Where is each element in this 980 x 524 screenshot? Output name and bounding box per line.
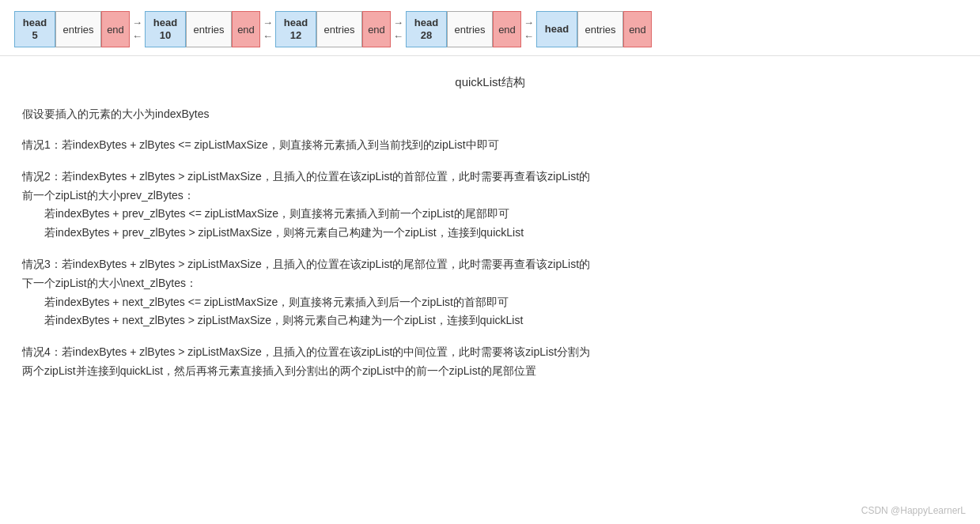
node-group-1: head5 entries end [14, 11, 130, 47]
section-4-label: 情况4：若indexBytes + zlBytes > zipListMaxSi… [22, 345, 590, 377]
node-group-5: head entries end [536, 11, 652, 47]
section-1-label: 情况1：若indexBytes + zlBytes <= zipListMaxS… [22, 138, 499, 151]
section-2: 情况2：若indexBytes + zlBytes > zipListMaxSi… [22, 168, 958, 243]
section-2-sub-1: 若indexBytes + prev_zlBytes <= zipListMax… [22, 205, 958, 224]
section-3-label: 情况3：若indexBytes + zlBytes > zipListMaxSi… [22, 255, 958, 293]
node-entries-1: entries [55, 11, 101, 47]
node-group-2: head10 entries end [145, 11, 260, 47]
node-entries-3: entries [316, 11, 362, 47]
node-head-2: head10 [145, 11, 186, 47]
node-end-4: end [493, 11, 521, 47]
node-head-4: head28 [406, 11, 447, 47]
node-group-3: head12 entries end [275, 11, 391, 47]
watermark: CSDN @HappyLearnerL [861, 505, 966, 516]
node-head-3: head12 [275, 11, 316, 47]
node-end-5: end [623, 11, 652, 47]
section-2-label: 情况2：若indexBytes + zlBytes > zipListMaxSi… [22, 168, 958, 205]
section-3: 情况3：若indexBytes + zlBytes > zipListMaxSi… [22, 255, 958, 330]
section-1: 情况1：若indexBytes + zlBytes <= zipListMaxS… [22, 136, 958, 155]
arrow-2-3: → ← [263, 17, 273, 42]
section-2-sub-2: 若indexBytes + prev_zlBytes > zipListMaxS… [22, 224, 958, 243]
node-entries-2: entries [186, 11, 232, 47]
arrow-right-4: → [524, 17, 534, 28]
section-3-sub-1: 若indexBytes + next_zlBytes <= zipListMax… [22, 293, 958, 312]
arrow-right-1: → [132, 17, 142, 28]
arrow-left-4: ← [524, 30, 534, 42]
node-end-1: end [101, 11, 130, 47]
node-end-3: end [362, 11, 391, 47]
node-entries-4: entries [447, 11, 493, 47]
content-area: quickList结构 假设要插入的元素的大小为indexBytes 情况1：若… [0, 56, 980, 406]
arrow-right-2: → [263, 17, 273, 28]
arrow-1-2: → ← [132, 17, 142, 42]
node-end-2: end [232, 11, 260, 47]
arrow-3-4: → ← [393, 17, 403, 42]
section-4: 情况4：若indexBytes + zlBytes > zipListMaxSi… [22, 343, 958, 381]
node-entries-5: entries [577, 11, 623, 47]
arrow-right-3: → [393, 17, 403, 28]
node-head-5: head [536, 11, 577, 47]
arrow-left-3: ← [393, 30, 403, 42]
arrow-left-2: ← [263, 30, 273, 42]
arrow-left-1: ← [132, 30, 142, 42]
intro-text: 假设要插入的元素的大小为indexBytes [22, 107, 958, 122]
arrow-4-5: → ← [524, 17, 534, 42]
diagram-container: head5 entries end → ← head10 entries end… [0, 0, 980, 56]
diagram-title: quickList结构 [22, 75, 958, 90]
node-head-1: head5 [14, 11, 55, 47]
section-3-sub-2: 若indexBytes + next_zlBytes > zipListMaxS… [22, 311, 958, 330]
node-group-4: head28 entries end [406, 11, 521, 47]
